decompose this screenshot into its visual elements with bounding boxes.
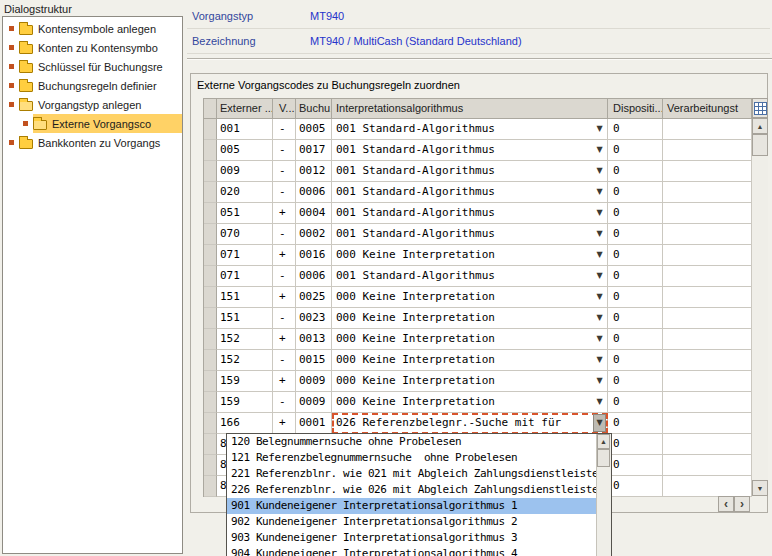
externer-vorgangscode-cell[interactable]: 020	[217, 182, 273, 203]
verarbeitungstyp-cell[interactable]	[663, 476, 752, 497]
dropdown-item[interactable]: 221 Referenzblnr. wie 021 mit Abgleich Z…	[227, 466, 596, 482]
vorzeichen-cell[interactable]: -	[273, 140, 296, 161]
interpretationsalgorithmus-cell[interactable]: 000 Keine Interpretation▼	[332, 371, 608, 392]
bezeichnung-value[interactable]: MT940 / MultiCash (Standard Deutschland)	[310, 29, 522, 54]
interpretationsalgorithmus-cell[interactable]: 001 Standard-Algorithmus▼	[332, 161, 608, 182]
dropdown-item[interactable]: 902 Kundeneigener Interpretationsalgorit…	[227, 514, 596, 530]
disposition-cell[interactable]: 0	[608, 287, 663, 308]
externer-vorgangscode-cell[interactable]: 001	[217, 119, 273, 140]
interpretationsalgorithmus-cell[interactable]: 001 Standard-Algorithmus▼	[332, 224, 608, 245]
verarbeitungstyp-cell[interactable]	[663, 182, 752, 203]
verarbeitungstyp-cell[interactable]	[663, 308, 752, 329]
dropdown-scrollbar-thumb[interactable]	[597, 449, 610, 467]
interpretationsalgorithmus-cell[interactable]: 000 Keine Interpretation▼	[332, 245, 608, 266]
disposition-cell[interactable]: 0	[608, 182, 663, 203]
chevron-down-icon[interactable]: ▼	[593, 121, 606, 137]
disposition-cell[interactable]: 0	[608, 392, 663, 413]
verarbeitungstyp-cell[interactable]	[663, 245, 752, 266]
chevron-down-icon[interactable]: ▼	[593, 247, 606, 263]
vorzeichen-cell[interactable]: -	[273, 224, 296, 245]
vorzeichen-cell[interactable]: -	[273, 392, 296, 413]
vorzeichen-cell[interactable]: -	[273, 308, 296, 329]
dropdown-item[interactable]: 226 Referenzblnr. wie 026 mit Abgleich Z…	[227, 482, 596, 498]
row-selector[interactable]	[204, 182, 217, 203]
externer-vorgangscode-cell[interactable]: 070	[217, 224, 273, 245]
vorzeichen-cell[interactable]: -	[273, 161, 296, 182]
verarbeitungstyp-cell[interactable]	[663, 119, 752, 140]
verarbeitungstyp-cell[interactable]	[663, 203, 752, 224]
tree-item[interactable]: Buchungsregeln definier	[3, 76, 182, 95]
row-selector[interactable]	[204, 119, 217, 140]
verarbeitungstyp-cell[interactable]	[663, 287, 752, 308]
chevron-down-icon[interactable]: ▼	[593, 289, 606, 305]
interpretationsalgorithmus-cell[interactable]: 000 Keine Interpretation▼	[332, 308, 608, 329]
disposition-cell[interactable]: 0	[608, 455, 663, 476]
col-header-externer[interactable]: Externer ...	[217, 99, 273, 119]
disposition-cell[interactable]: 0	[608, 308, 663, 329]
disposition-cell[interactable]: 0	[608, 413, 663, 434]
externer-vorgangscode-cell[interactable]: 005	[217, 140, 273, 161]
scroll-up-button[interactable]: ▲	[752, 118, 768, 134]
externer-vorgangscode-cell[interactable]: 166	[217, 413, 273, 434]
interpretationsalgorithmus-cell[interactable]: 001 Standard-Algorithmus▼	[332, 182, 608, 203]
buchungsregel-cell[interactable]: 0001	[296, 413, 332, 434]
row-selector[interactable]	[204, 371, 217, 392]
tree-item[interactable]: Konten zu Kontensymbo	[3, 38, 182, 57]
buchungsregel-cell[interactable]: 0025	[296, 287, 332, 308]
row-selector[interactable]	[204, 287, 217, 308]
scroll-left-button[interactable]: ‹	[718, 496, 734, 512]
vorzeichen-cell[interactable]: +	[273, 245, 296, 266]
chevron-down-icon[interactable]: ▼	[593, 331, 606, 347]
interpretationsalgorithmus-cell[interactable]: 001 Standard-Algorithmus▼	[332, 203, 608, 224]
row-selector[interactable]	[204, 140, 217, 161]
scrollbar-track[interactable]	[752, 156, 768, 480]
select-all-header-cell[interactable]	[204, 99, 217, 119]
scrollbar-thumb[interactable]	[752, 134, 768, 156]
chevron-down-icon[interactable]: ▼	[593, 205, 606, 221]
tree-item[interactable]: Externe Vorgangsco	[3, 114, 182, 133]
interpretationsalgorithmus-cell[interactable]: 001 Standard-Algorithmus▼	[332, 266, 608, 287]
disposition-cell[interactable]: 0	[608, 119, 663, 140]
interpretationsalgorithmus-cell[interactable]: 001 Standard-Algorithmus▼	[332, 140, 608, 161]
vorzeichen-cell[interactable]: +	[273, 413, 296, 434]
vorzeichen-cell[interactable]: +	[273, 203, 296, 224]
chevron-down-icon[interactable]: ▼	[593, 142, 606, 158]
col-header-interpretationsalgorithmus[interactable]: Interpretationsalgorithmus	[332, 99, 608, 119]
disposition-cell[interactable]: 0	[608, 476, 663, 497]
disposition-cell[interactable]: 0	[608, 203, 663, 224]
interpretationsalgorithmus-cell[interactable]: 000 Keine Interpretation▼	[332, 287, 608, 308]
dropdown-scroll-up-button[interactable]: ▲	[597, 434, 610, 449]
vorzeichen-cell[interactable]: +	[273, 287, 296, 308]
row-selector[interactable]	[204, 413, 217, 434]
verarbeitungstyp-cell[interactable]	[663, 392, 752, 413]
tree-item[interactable]: Bankkonten zu Vorgangs	[3, 133, 182, 152]
chevron-down-icon[interactable]: ▼	[593, 268, 606, 284]
dropdown-item[interactable]: 120 Belegnummernsuche ohne Probelesen	[227, 434, 596, 450]
verarbeitungstyp-cell[interactable]	[663, 350, 752, 371]
interpretationsalgorithmus-cell[interactable]: 001 Standard-Algorithmus▼	[332, 119, 608, 140]
verarbeitungstyp-cell[interactable]	[663, 140, 752, 161]
chevron-down-icon[interactable]: ▼	[593, 310, 606, 326]
row-selector[interactable]	[204, 392, 217, 413]
row-selector[interactable]	[204, 434, 217, 455]
vorzeichen-cell[interactable]: +	[273, 371, 296, 392]
verarbeitungstyp-cell[interactable]	[663, 161, 752, 182]
scroll-down-button[interactable]: ▼	[752, 480, 768, 496]
externer-vorgangscode-cell[interactable]: 071	[217, 266, 273, 287]
buchungsregel-cell[interactable]: 0009	[296, 392, 332, 413]
col-header-buchungsregel[interactable]: Buchu...	[296, 99, 332, 119]
chevron-down-icon[interactable]: ▼	[593, 373, 606, 389]
chevron-down-icon[interactable]: ▼	[593, 352, 606, 368]
buchungsregel-cell[interactable]: 0013	[296, 329, 332, 350]
buchungsregel-cell[interactable]: 0015	[296, 350, 332, 371]
row-selector[interactable]	[204, 476, 217, 497]
vorzeichen-cell[interactable]: +	[273, 329, 296, 350]
interpretationsalgorithmus-cell[interactable]: 000 Keine Interpretation▼	[332, 392, 608, 413]
vorzeichen-cell[interactable]: -	[273, 350, 296, 371]
row-selector[interactable]	[204, 308, 217, 329]
externer-vorgangscode-cell[interactable]: 071	[217, 245, 273, 266]
buchungsregel-cell[interactable]: 0004	[296, 203, 332, 224]
disposition-cell[interactable]: 0	[608, 434, 663, 455]
verarbeitungstyp-cell[interactable]	[663, 266, 752, 287]
tree-item[interactable]: Schlüssel für Buchungsre	[3, 57, 182, 76]
